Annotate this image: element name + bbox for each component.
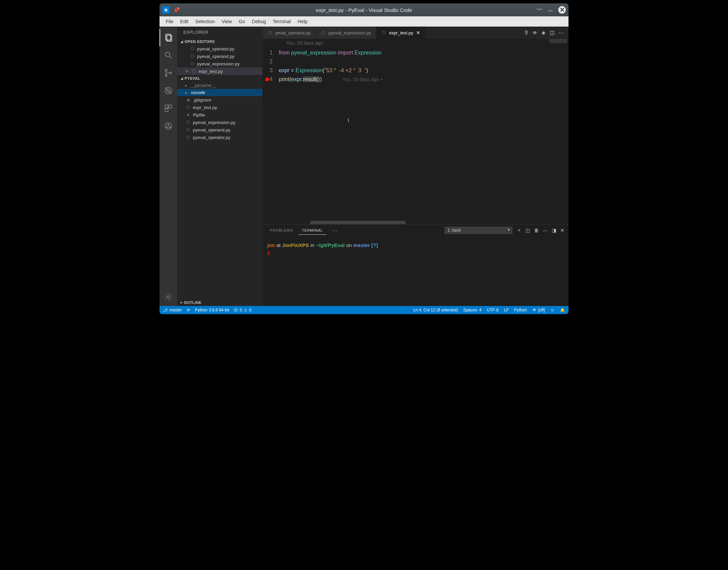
menu-help[interactable]: Help	[294, 17, 311, 26]
chevron-down-icon: ◢	[181, 40, 183, 43]
outline-header[interactable]: ▸ OUTLINE	[177, 299, 262, 306]
python-icon: ⬡	[189, 46, 195, 51]
vscode-window: ⧉ 📌 expr_test.py - PyEval - Visual Studi…	[160, 3, 568, 314]
status-live[interactable]: 👁[off]	[532, 308, 545, 312]
menu-selection[interactable]: Selection	[192, 17, 218, 26]
tree-folder-selected[interactable]: ▸.vscode	[177, 89, 262, 96]
code-line: expr = Expression("53 * -4 +2 * 3 ")	[279, 67, 368, 74]
panel-up-icon[interactable]: ︿	[543, 227, 548, 233]
tree-file[interactable]: ◈.gitignore	[177, 96, 262, 104]
python-icon: ⬡	[185, 120, 191, 125]
kill-terminal-icon[interactable]: 🗑	[534, 228, 539, 233]
error-icon: ⓧ	[234, 307, 238, 313]
tab[interactable]: ⬡pyeval_expression.py	[316, 27, 376, 39]
editor[interactable]: You, 20 days ago 1 from pyeval_expressio…	[262, 39, 568, 224]
activity-settings-icon[interactable]	[160, 288, 177, 306]
open-editor-item[interactable]: ⬡pyeval_operand.py	[177, 52, 262, 60]
git-blame-top: You, 20 days ago	[286, 40, 323, 46]
open-editor-item[interactable]: ⬡pyeval_expression.py	[177, 60, 262, 67]
maximize-panel-icon[interactable]: ◨	[552, 228, 556, 233]
preview-icon[interactable]: 👁	[532, 30, 537, 36]
status-python[interactable]: Python 3.6.6 64-bit	[195, 308, 229, 312]
svg-point-5	[165, 75, 167, 76]
project-header[interactable]: ◢ PYEVAL	[177, 75, 262, 82]
terminal-select[interactable]: 1: bash	[444, 227, 513, 234]
activity-git-icon[interactable]	[160, 117, 177, 135]
eye-icon: 👁	[532, 308, 536, 312]
smiley-icon: ☺	[550, 308, 555, 312]
minimize-icon[interactable]: ﹀	[536, 6, 543, 14]
split-terminal-icon[interactable]: ◫	[526, 228, 530, 233]
status-language[interactable]: Python	[514, 308, 527, 312]
status-branch[interactable]: ⎇master	[163, 308, 182, 312]
status-encoding[interactable]: UTF-8	[487, 308, 499, 312]
activity-search-icon[interactable]	[160, 46, 177, 64]
bell-icon: 🔔	[560, 308, 565, 312]
close-icon[interactable]: ✕	[185, 69, 188, 74]
more-icon[interactable]: ⋯	[329, 227, 341, 234]
activity-extensions-icon[interactable]	[160, 99, 177, 117]
tree-file[interactable]: ⬡pyeval_operator.py	[177, 134, 262, 141]
tab-actions: ⚲ 👁 ◈ ◫ ⋯	[520, 27, 568, 39]
menu-file[interactable]: File	[162, 17, 177, 26]
close-icon[interactable]: ✕	[558, 6, 566, 14]
svg-point-14	[168, 124, 169, 125]
panel-tabs: PROBLEMS TERMINAL ⋯ 1: bash ＋ ◫ 🗑 ︿ ◨ ✕	[262, 225, 568, 236]
close-panel-icon[interactable]: ✕	[560, 228, 564, 233]
panel-tab-problems[interactable]: PROBLEMS	[267, 226, 297, 234]
close-icon[interactable]: ✕	[416, 30, 420, 35]
menu-view[interactable]: View	[218, 17, 235, 26]
editor-area: ⬡yeval_operand.py ⬡pyeval_expression.py …	[262, 27, 568, 306]
python-icon: ⬡	[320, 30, 326, 35]
open-editor-item[interactable]: ⬡pyeval_operator.py	[177, 45, 262, 52]
pin-icon[interactable]: 📌	[173, 7, 180, 13]
activitybar	[160, 27, 177, 306]
find-replace-icon[interactable]: ⚲	[525, 30, 528, 36]
horizontal-scrollbar[interactable]	[310, 221, 406, 224]
line-number: 3	[262, 67, 279, 74]
python-icon: ⬡	[189, 61, 195, 66]
diff-icon[interactable]: ◈	[542, 30, 546, 36]
split-icon[interactable]: ◫	[550, 30, 555, 36]
tree-file[interactable]: ≡Pipfile	[177, 111, 262, 119]
python-icon: ⬡	[381, 30, 386, 35]
status-feedback[interactable]: ☺	[550, 308, 555, 312]
terminal[interactable]: jon at JonFinXPS in ~/git/PyEval on mast…	[262, 236, 568, 306]
svg-rect-10	[165, 105, 168, 108]
svg-rect-11	[169, 105, 172, 108]
tree-folder[interactable]: ▸__pycache__	[177, 82, 262, 89]
tab-active[interactable]: ⬡expr_test.py✕	[376, 27, 425, 39]
maximize-icon[interactable]: ︿	[547, 6, 553, 14]
tree-file[interactable]: ⬡expr_test.py	[177, 104, 262, 111]
activity-scm-icon[interactable]	[160, 64, 177, 82]
status-cursor[interactable]: Ln 4, Col 12 (9 selected)	[413, 308, 458, 312]
tabs: ⬡yeval_operand.py ⬡pyeval_expression.py …	[262, 27, 568, 39]
python-icon: ⬡	[185, 127, 191, 133]
activity-explorer-icon[interactable]	[160, 29, 177, 46]
open-editors-header[interactable]: ◢ OPEN EDITORS	[177, 38, 262, 45]
menu-go[interactable]: Go	[235, 17, 248, 26]
menu-terminal[interactable]: Terminal	[269, 17, 294, 26]
status-sync[interactable]: ⟳	[187, 308, 190, 312]
python-icon: ⬡	[185, 135, 191, 140]
tree-file[interactable]: ⬡pyeval_expression.py	[177, 119, 262, 126]
tab[interactable]: ⬡yeval_operand.py	[262, 27, 316, 39]
panel-tab-terminal[interactable]: TERMINAL	[299, 226, 327, 235]
status-notifications[interactable]: 🔔	[560, 308, 565, 312]
status-errors[interactable]: ⓧ0 ⚠0	[234, 307, 251, 313]
menu-edit[interactable]: Edit	[177, 17, 192, 26]
minimap[interactable]	[548, 39, 568, 224]
vscode-icon: ⧉	[162, 6, 170, 14]
status-eol[interactable]: LF	[504, 308, 509, 312]
activity-debug-icon[interactable]	[160, 82, 177, 99]
new-terminal-icon[interactable]: ＋	[517, 227, 521, 233]
status-spaces[interactable]: Spaces: 4	[463, 308, 481, 312]
tree-file[interactable]: ⬡pyeval_operand.py	[177, 126, 262, 134]
warning-icon: ⚠	[244, 308, 247, 312]
breakpoint-icon[interactable]	[265, 77, 269, 81]
code-line: from pyeval_expression import Expression	[279, 50, 382, 56]
more-icon[interactable]: ⋯	[559, 30, 564, 36]
menu-debug[interactable]: Debug	[248, 17, 269, 26]
sidebar-title: EXPLORER	[177, 27, 262, 38]
open-editor-item-active[interactable]: ✕⬡expr_test.py	[177, 67, 262, 75]
